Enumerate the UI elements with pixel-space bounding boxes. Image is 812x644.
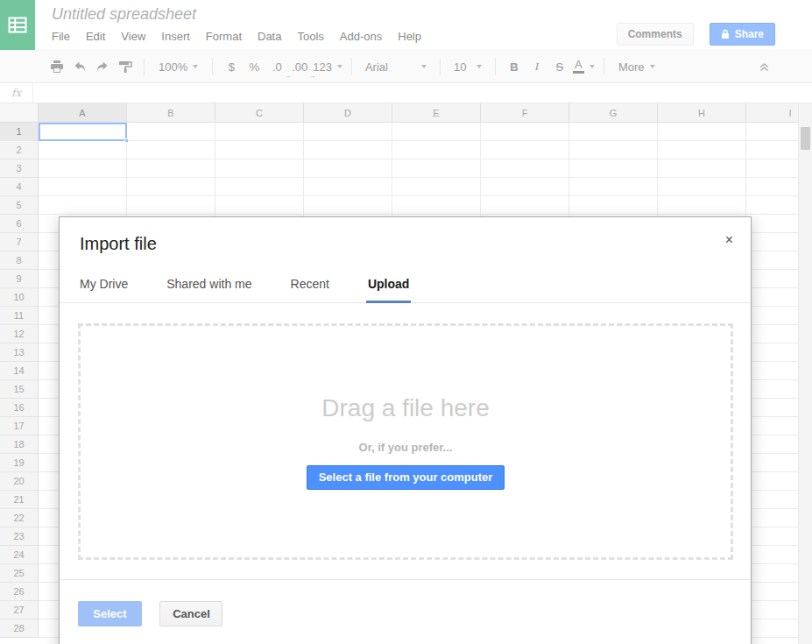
select-button[interactable]: Select	[78, 601, 142, 626]
dropzone-heading: Drag a file here	[321, 394, 489, 422]
select-file-button[interactable]: Select a file from your computer	[307, 465, 505, 490]
tab-upload[interactable]: Upload	[368, 277, 409, 302]
dropzone-subtext: Or, if you prefer...	[359, 441, 453, 454]
tab-recent[interactable]: Recent	[291, 277, 329, 302]
tab-shared-with-me[interactable]: Shared with me	[166, 277, 251, 302]
dialog-tabs: My DriveShared with meRecentUpload	[60, 276, 751, 303]
tab-my-drive[interactable]: My Drive	[80, 277, 128, 302]
file-dropzone[interactable]: Drag a file here Or, if you prefer... Se…	[78, 323, 733, 560]
dialog-footer: Select Cancel	[60, 579, 751, 626]
cancel-button[interactable]: Cancel	[159, 601, 222, 626]
import-file-dialog: Import file × My DriveShared with meRece…	[59, 216, 752, 644]
dialog-title: Import file	[80, 234, 751, 254]
close-icon[interactable]: ×	[720, 230, 738, 251]
